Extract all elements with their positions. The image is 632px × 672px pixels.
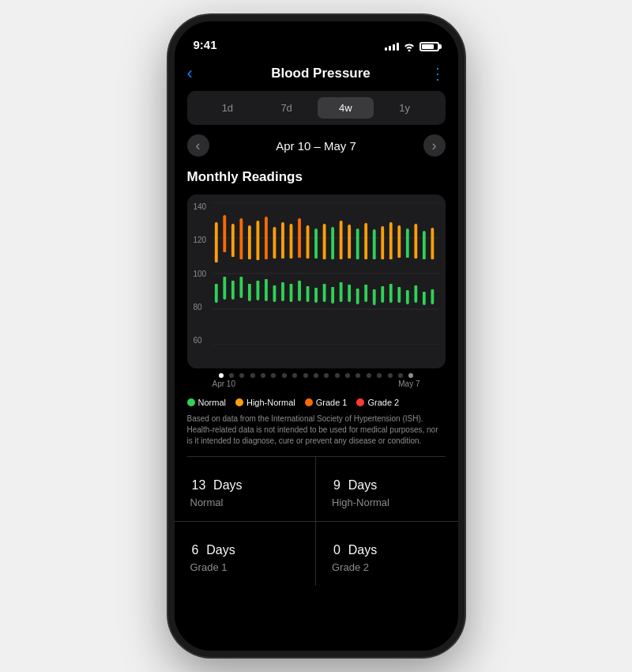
svg-point-106 [381, 300, 384, 303]
svg-point-78 [372, 229, 375, 232]
wifi-icon [403, 42, 416, 51]
svg-point-80 [389, 222, 392, 225]
svg-point-88 [231, 296, 234, 300]
svg-point-74 [339, 221, 342, 224]
svg-rect-16 [256, 281, 259, 299]
svg-point-93 [273, 299, 276, 302]
back-button[interactable]: ‹ [187, 63, 213, 84]
svg-point-112 [431, 301, 434, 304]
battery-icon [419, 42, 439, 51]
svg-point-105 [372, 302, 375, 305]
content-area: 1d 7d 4w 1y ‹ Apr 10 – May 7 › Monthly R… [175, 91, 458, 651]
svg-point-107 [389, 300, 392, 303]
y-axis: 140 120 100 80 60 [194, 202, 207, 345]
date-navigation: ‹ Apr 10 – May 7 › [175, 125, 458, 166]
chart-section: Monthly Readings 140 120 100 80 60 [175, 166, 458, 388]
svg-rect-55 [422, 232, 425, 259]
svg-rect-57 [431, 229, 434, 259]
svg-point-103 [356, 301, 359, 304]
phone-frame: 9:41 ‹ Blood Pressure ⋮ 1d [168, 15, 465, 657]
svg-rect-10 [231, 281, 234, 298]
tab-7d[interactable]: 7d [258, 97, 314, 119]
time-tabs: 1d 7d 4w 1y [187, 91, 446, 125]
svg-point-85 [431, 228, 434, 231]
stat-grade1-label: Grade 1 [190, 561, 300, 573]
svg-point-60 [223, 215, 226, 218]
stat-grade2-label: Grade 2 [332, 561, 442, 573]
svg-rect-49 [397, 227, 401, 258]
dot-3 [250, 373, 255, 378]
dot-1 [229, 373, 234, 378]
svg-rect-20 [273, 285, 276, 300]
stat-grade2: 0 Days Grade 2 [316, 522, 458, 586]
dot-6 [282, 373, 287, 378]
svg-rect-13 [247, 227, 250, 259]
svg-point-95 [289, 299, 292, 302]
svg-point-59 [214, 222, 217, 225]
dot-11 [335, 373, 340, 378]
svg-rect-42 [364, 285, 367, 300]
svg-rect-54 [414, 285, 417, 301]
svg-rect-26 [298, 281, 301, 300]
legend-grade2: Grade 2 [356, 398, 399, 407]
prev-date-button[interactable]: ‹ [187, 134, 209, 157]
svg-point-77 [364, 223, 367, 226]
svg-rect-24 [289, 284, 292, 300]
svg-rect-33 [331, 228, 334, 259]
svg-rect-23 [289, 225, 292, 259]
stat-high-normal: 9 Days High-Normal [316, 457, 458, 522]
svg-point-111 [422, 302, 425, 305]
svg-rect-39 [356, 230, 359, 259]
svg-rect-47 [389, 224, 392, 259]
svg-point-81 [397, 225, 401, 228]
nav-bar: ‹ Blood Pressure ⋮ [175, 56, 458, 91]
svg-point-68 [289, 224, 292, 227]
svg-point-99 [322, 299, 325, 302]
legend-label-high-normal: High-Normal [246, 398, 295, 407]
dot-12 [345, 373, 350, 378]
stat-normal-number: 13 Days [190, 470, 300, 495]
svg-rect-11 [239, 220, 243, 259]
legend-high-normal: High-Normal [235, 398, 295, 407]
legend-dot-grade2 [356, 398, 364, 406]
svg-rect-36 [339, 282, 342, 300]
chart-svg [213, 202, 439, 345]
svg-rect-18 [265, 279, 268, 300]
tab-4w[interactable]: 4w [318, 97, 374, 119]
svg-point-72 [322, 224, 325, 227]
y-label-140: 140 [194, 202, 207, 211]
svg-rect-58 [431, 289, 434, 303]
svg-rect-41 [364, 225, 367, 259]
svg-rect-40 [356, 289, 359, 303]
dot-8 [303, 373, 308, 378]
stat-grade1: 6 Days Grade 1 [175, 522, 317, 586]
svg-rect-31 [322, 225, 325, 259]
legend-dot-normal [187, 398, 195, 406]
svg-point-61 [231, 224, 234, 227]
y-label-100: 100 [194, 270, 207, 278]
svg-rect-27 [306, 227, 309, 259]
svg-point-96 [298, 298, 301, 301]
legend-dot-high-normal [235, 398, 243, 406]
end-date: May 7 [398, 379, 419, 388]
svg-rect-12 [239, 277, 243, 296]
next-date-button[interactable]: › [423, 134, 446, 157]
status-time: 9:41 [194, 38, 217, 51]
legend-label-normal: Normal [198, 398, 226, 407]
y-label-80: 80 [194, 303, 207, 311]
svg-rect-38 [348, 285, 351, 300]
svg-point-109 [405, 301, 408, 304]
date-range-labels: Apr 10 May 7 [187, 378, 446, 388]
stat-high-normal-number: 9 Days [332, 470, 442, 495]
date-range-label: Apr 10 – May 7 [276, 139, 356, 153]
tab-1d[interactable]: 1d [200, 97, 256, 119]
legend-normal: Normal [187, 398, 226, 407]
legend: Normal High-Normal Grade 1 Grade 2 [175, 388, 458, 413]
dot-9 [314, 373, 318, 378]
svg-rect-53 [414, 225, 417, 259]
tab-1y[interactable]: 1y [377, 97, 433, 119]
svg-rect-8 [223, 277, 226, 298]
svg-point-76 [356, 228, 359, 232]
more-button[interactable]: ⋮ [430, 64, 446, 83]
start-date: Apr 10 [213, 379, 235, 388]
